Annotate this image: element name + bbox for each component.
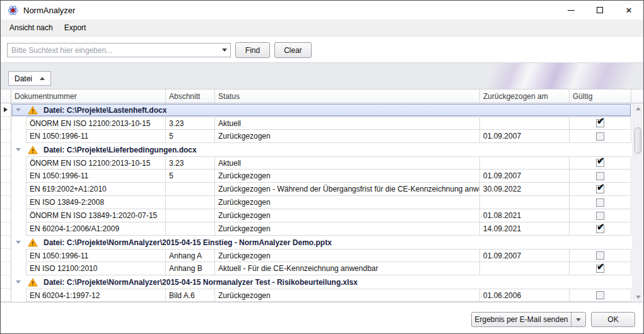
cell-gueltig[interactable] (570, 209, 631, 222)
cell-abschnitt[interactable] (166, 209, 215, 222)
valid-checkbox[interactable] (596, 185, 604, 193)
cell-gueltig[interactable] (570, 170, 631, 183)
cell-gueltig[interactable] (570, 289, 631, 302)
cell-gueltig[interactable] (570, 183, 631, 196)
table-row[interactable]: EN ISO 12100:2010 Anhang B Aktuell - Für… (1, 262, 643, 275)
cell-status[interactable]: Aktuell (215, 156, 480, 170)
scroll-down-button[interactable] (633, 292, 643, 302)
table-row[interactable]: EN ISO 13849-2:2008 Zurückgezogen (1, 196, 643, 209)
collapse-group-icon[interactable] (16, 148, 21, 151)
group-row[interactable]: Datei: C:\Projekte\NormAnalyzer\2015-04-… (1, 275, 643, 289)
cell-gueltig[interactable] (570, 196, 631, 209)
column-header-dokumentnummer[interactable]: Dokumentnummer (11, 89, 166, 103)
cell-dokumentnummer[interactable]: EN ISO 12100:2010 (26, 262, 166, 275)
cell-zurueckgezogen-am[interactable] (480, 117, 570, 130)
table-row[interactable]: EN 619:2002+A1:2010 Zurückgezogen - Währ… (1, 183, 643, 196)
valid-checkbox[interactable] (596, 119, 604, 127)
cell-dokumentnummer[interactable]: EN ISO 13849-2:2008 (26, 196, 166, 209)
valid-checkbox[interactable] (596, 172, 604, 180)
cell-gueltig[interactable] (570, 130, 631, 143)
cell-status[interactable]: Zurückgezogen (215, 289, 480, 302)
cell-dokumentnummer[interactable]: ÖNORM EN ISO 12100:2013-10-15 (26, 156, 166, 170)
table-row[interactable]: EN 1050:1996-11 5 Zurückgezogen 01.09.20… (1, 130, 643, 143)
menu-export[interactable]: Export (59, 20, 92, 36)
group-row-content[interactable]: Datei: C:\Projekte\NormAnalyzer\2015-04-… (11, 236, 631, 249)
cell-abschnitt[interactable] (166, 183, 215, 196)
cell-zurueckgezogen-am[interactable]: 01.09.2007 (480, 170, 570, 183)
valid-checkbox[interactable] (596, 212, 604, 220)
cell-gueltig[interactable] (570, 117, 631, 130)
cell-dokumentnummer[interactable]: ÖNORM EN ISO 12100:2013-10-15 (26, 117, 166, 130)
valid-checkbox[interactable] (596, 291, 604, 299)
cell-zurueckgezogen-am[interactable]: 01.09.2007 (480, 249, 570, 262)
cell-dokumentnummer[interactable]: EN 60204-1:1997-12 (26, 289, 166, 302)
cell-gueltig[interactable] (570, 249, 631, 262)
column-header-status[interactable]: Status (215, 89, 480, 103)
send-result-email-button[interactable]: Ergebnis per E-Mail senden (471, 312, 586, 327)
search-input[interactable] (8, 43, 219, 57)
collapse-group-icon[interactable] (16, 108, 21, 112)
cell-status[interactable]: Zurückgezogen (215, 209, 480, 222)
cell-status[interactable]: Zurückgezogen (215, 130, 480, 143)
valid-checkbox[interactable] (596, 159, 604, 167)
cell-zurueckgezogen-am[interactable]: 14.09.2021 (480, 222, 570, 236)
cell-zurueckgezogen-am[interactable] (480, 156, 570, 170)
group-row[interactable]: Datei: C:\Projekte\Lieferbedingungen.doc… (1, 143, 643, 156)
valid-checkbox[interactable] (596, 225, 604, 233)
cell-status[interactable]: Aktuell - Für die CE-Kennzeichnung anwen… (215, 262, 480, 275)
cell-zurueckgezogen-am[interactable]: 01.09.2007 (480, 130, 570, 143)
cell-abschnitt[interactable] (166, 222, 215, 236)
column-header-zurueckgezogen-am[interactable]: Zurückgezogen am (480, 89, 570, 103)
cell-dokumentnummer[interactable]: ÖNORM EN ISO 13849-1:2020-07-15 (26, 209, 166, 222)
vertical-scrollbar[interactable] (633, 103, 642, 302)
cell-gueltig[interactable] (570, 222, 631, 236)
maximize-button[interactable] (585, 1, 614, 20)
cell-abschnitt[interactable]: Anhang A (166, 249, 215, 262)
minimize-button[interactable] (556, 1, 585, 20)
close-button[interactable]: ✕ (614, 1, 643, 20)
cell-gueltig[interactable] (570, 262, 631, 275)
scrollbar-thumb[interactable] (635, 127, 641, 154)
table-row[interactable]: EN 1050:1996-11 5 Zurückgezogen 01.09.20… (1, 170, 643, 183)
group-row-content[interactable]: Datei: C:\Projekte\NormAnalyzer\2015-04-… (11, 275, 631, 289)
cell-zurueckgezogen-am[interactable]: 01.08.2021 (480, 209, 570, 222)
find-button[interactable]: Find (235, 42, 270, 58)
cell-abschnitt[interactable]: Bild A.6 (166, 289, 215, 302)
collapse-group-icon[interactable] (16, 280, 21, 284)
scroll-up-button[interactable] (633, 103, 643, 113)
cell-zurueckgezogen-am[interactable] (480, 262, 570, 275)
cell-zurueckgezogen-am[interactable]: 30.09.2022 (480, 183, 570, 196)
cell-abschnitt[interactable]: 3.23 (166, 156, 215, 170)
cell-dokumentnummer[interactable]: EN 1050:1996-11 (26, 170, 166, 183)
cell-abschnitt[interactable]: Anhang B (166, 262, 215, 275)
cell-status[interactable]: Aktuell (215, 117, 480, 130)
table-row[interactable]: EN 60204-1:1997-12 Bild A.6 Zurückgezoge… (1, 289, 643, 302)
cell-status[interactable]: Zurückgezogen (215, 170, 480, 183)
clear-button[interactable]: Clear (274, 42, 312, 58)
cell-dokumentnummer[interactable]: EN 619:2002+A1:2010 (26, 183, 166, 196)
cell-abschnitt[interactable] (166, 196, 215, 209)
cell-gueltig[interactable] (570, 156, 631, 170)
cell-status[interactable]: Zurückgezogen (215, 249, 480, 262)
table-row[interactable]: ÖNORM EN ISO 12100:2013-10-15 3.23 Aktue… (1, 117, 643, 130)
cell-dokumentnummer[interactable]: EN 1050:1996-11 (26, 249, 166, 262)
cell-abschnitt[interactable]: 5 (166, 130, 215, 143)
email-dropdown-button[interactable] (571, 318, 585, 321)
table-row[interactable]: EN 1050:1996-11 Anhang A Zurückgezogen 0… (1, 249, 643, 262)
valid-checkbox[interactable] (596, 199, 604, 207)
cell-abschnitt[interactable]: 5 (166, 170, 215, 183)
menu-ansicht-nach[interactable]: Ansicht nach (4, 20, 59, 36)
cell-zurueckgezogen-am[interactable]: 01.06.2006 (480, 289, 570, 302)
cell-dokumentnummer[interactable]: EN 1050:1996-11 (26, 130, 166, 143)
group-row-content[interactable]: Datei: C:\Projekte\Lastenheft.docx (11, 103, 631, 117)
cell-zurueckgezogen-am[interactable] (480, 196, 570, 209)
table-row[interactable]: EN 60204-1:2006/A1:2009 Zurückgezogen 14… (1, 222, 643, 236)
cell-dokumentnummer[interactable]: EN 60204-1:2006/A1:2009 (26, 222, 166, 236)
table-row[interactable]: ÖNORM EN ISO 12100:2013-10-15 3.23 Aktue… (1, 156, 643, 170)
collapse-group-icon[interactable] (16, 241, 21, 244)
column-header-gueltig[interactable]: Gültig (570, 89, 631, 103)
group-row-content[interactable]: Datei: C:\Projekte\Lieferbedingungen.doc… (11, 143, 631, 156)
group-row[interactable]: Datei: C:\Projekte\NormAnalyzer\2015-04-… (1, 236, 643, 249)
group-field-datei[interactable]: Datei (8, 71, 51, 86)
cell-status[interactable]: Zurückgezogen (215, 196, 480, 209)
